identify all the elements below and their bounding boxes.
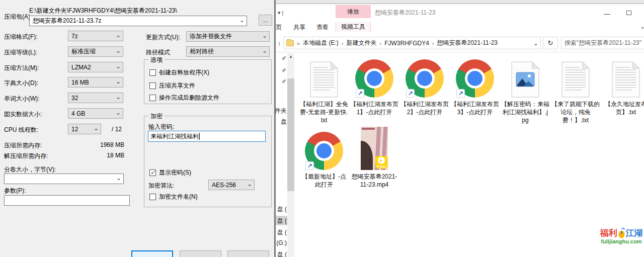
pin-icon[interactable]	[281, 56, 286, 61]
chevron-down-icon[interactable]: ⌄	[116, 175, 121, 182]
address-bar[interactable]: « 本地磁盘 (E:) › 新建文件夹 › FJW3RHFGDY4 › 想喝安慕…	[284, 37, 541, 49]
create-sfx-checkbox[interactable]	[149, 69, 156, 76]
file-item[interactable]: 【来了就能下载的论坛，纯免费！】.txt	[550, 56, 601, 124]
update-mode-combobox[interactable]: 添加并替换文件 ⌄	[186, 31, 270, 42]
file-item[interactable]: ↗ 【福利江湖发布页2】-点此打开	[399, 56, 450, 124]
chevron-down-icon[interactable]: ⌄	[262, 47, 267, 54]
nav-item-drive-partial[interactable]: (G:)	[276, 239, 287, 246]
chevron-down-icon[interactable]: ⌄	[262, 32, 267, 39]
file-name[interactable]: 【福利江湖发布页1】-点此打开	[350, 100, 398, 116]
refresh-button[interactable]: ↻	[543, 37, 558, 49]
chevron-down-icon[interactable]: ⌄	[239, 17, 245, 24]
file-name[interactable]: 【福利江湖】全免费-无套路-更新快.txt	[300, 100, 348, 124]
nav-item-drive-partial[interactable]: 盘 (	[276, 228, 287, 237]
7zip-add-to-archive-dialog: 压缩包(A) E:\新建文件夹\FJW3RHFGDY4\想喝安慕希2021-11…	[0, 0, 274, 257]
method-combobox[interactable]: LZMA2 ⌄	[68, 62, 123, 72]
format-label: 压缩格式(F):	[4, 33, 38, 41]
nav-item-drive-partial[interactable]: 盘 (	[276, 250, 287, 257]
format-combobox[interactable]: 7z ⌄	[68, 31, 123, 41]
thumbnail-watermark	[362, 128, 375, 130]
browse-button[interactable]: ...	[259, 15, 272, 26]
nav-item-drive-partial[interactable]: 盘 (	[276, 205, 287, 214]
encryption-method-combobox[interactable]: AES-256 ⌄	[208, 180, 255, 190]
chevron-down-icon[interactable]: ⌄	[116, 109, 121, 116]
chevron-down-icon[interactable]: ▾	[278, 10, 282, 16]
solid-block-combobox[interactable]: 4 GB ⌄	[68, 108, 123, 119]
file-name[interactable]: 【福利江湖发布页2】-点此打开	[400, 100, 449, 116]
create-sfx-checkbox-row[interactable]: 创建自释放程序(X)	[149, 68, 209, 77]
file-name[interactable]: 【最新地址】-点此打开	[300, 173, 348, 189]
memory-compress-label: 压缩所需内存:	[4, 141, 42, 150]
tab-video-tools[interactable]: 视频工具	[336, 22, 371, 32]
archive-name-combobox[interactable]: 想喝安慕希2021-11-23.7z ⌄	[29, 16, 247, 26]
chevron-down-icon[interactable]: ⌄	[116, 32, 121, 39]
file-name[interactable]: 想喝安慕希2021-11-23.mp4	[350, 173, 398, 189]
file-item[interactable]: ▶ Player 想喝安慕希2021-11-23.mp4	[349, 126, 399, 189]
parameters-input[interactable]	[4, 195, 130, 206]
minimize-button[interactable]: —	[604, 10, 610, 18]
breadcrumb-segment-fjw[interactable]: FJW3RHFGDY4	[384, 40, 429, 47]
image-file-icon	[511, 61, 539, 98]
tab-home-partial[interactable]: 页	[276, 23, 282, 32]
level-value: 标准压缩	[71, 47, 96, 56]
contextual-tab-play[interactable]: 播放	[336, 5, 371, 18]
word-size-value: 32	[71, 95, 78, 102]
show-password-checkbox-row[interactable]: ✓ 显示密码(S)	[149, 168, 191, 177]
show-password-checkbox[interactable]: ✓	[149, 169, 156, 176]
scrollbar-thumb[interactable]	[287, 78, 294, 191]
compress-shared-checkbox[interactable]	[149, 82, 156, 89]
file-name[interactable]: 【永久地址发布页】.txt	[602, 100, 644, 116]
chevron-down-icon[interactable]: ⌄	[247, 181, 252, 188]
file-item[interactable]: 【福利江湖】全免费-无套路-更新快.txt	[299, 56, 349, 124]
breadcrumb-segment-current[interactable]: 想喝安慕希2021-11-23	[437, 39, 498, 47]
ribbon-collapse-icon[interactable]: ⌄	[640, 23, 644, 30]
file-item[interactable]: ↗ 【福利江湖发布页1】-点此打开	[349, 56, 399, 124]
scroll-up-icon[interactable]: ▴	[287, 54, 294, 59]
chevron-down-icon[interactable]: ⌄	[116, 63, 121, 70]
maximize-button[interactable]	[626, 11, 631, 15]
chevron-down-icon[interactable]: ⌄	[116, 94, 121, 101]
watermark-char: 福利	[600, 229, 617, 238]
volume-size-combobox[interactable]: ⌄	[4, 174, 124, 184]
nav-item-drive-partial-selected[interactable]: 盘 (	[276, 217, 287, 225]
cpu-threads-combobox[interactable]: 12 ⌄	[68, 124, 101, 134]
level-combobox[interactable]: 标准压缩 ⌄	[68, 46, 123, 57]
chevron-down-icon[interactable]: ⌄	[116, 47, 121, 54]
file-item[interactable]: ↗ 【最新地址】-点此打开	[299, 126, 349, 189]
tab-view[interactable]: 查看	[316, 23, 329, 32]
file-item[interactable]: 【解压密码：来福利江湖找福利】.jpg	[500, 56, 550, 124]
password-input[interactable]: 来福利江湖找福利	[148, 131, 266, 142]
breadcrumb-segment-newfolder[interactable]: 新建文件夹	[346, 39, 376, 47]
chevron-down-icon[interactable]: ⌄	[533, 40, 538, 47]
nav-item-partial[interactable]: 文件夹	[276, 107, 287, 115]
encrypt-filenames-checkbox-row[interactable]: 加密文件名(N)	[149, 193, 198, 201]
file-name[interactable]: 【福利江湖发布页3】-点此打开	[451, 100, 499, 116]
file-item[interactable]: ↗ 【福利江湖发布页3】-点此打开	[450, 56, 500, 124]
quick-access-toolbar[interactable]: ▾|	[278, 10, 285, 16]
encrypt-filenames-checkbox[interactable]	[149, 194, 156, 200]
file-name[interactable]: 【解压密码：来福利江湖找福利】.jpg	[501, 100, 549, 124]
help-button[interactable]	[227, 250, 269, 257]
nav-item-partial[interactable]: 盘	[276, 118, 287, 126]
breadcrumb-segment-drive[interactable]: 本地磁盘 (E:)	[303, 39, 339, 47]
cancel-button[interactable]	[180, 250, 221, 257]
nav-scrollbar[interactable]: ▴	[287, 53, 294, 257]
file-name[interactable]: 【来了就能下载的论坛，纯免费！】.txt	[551, 100, 600, 124]
delete-after-checkbox-row[interactable]: 操作完成后删除源文件	[149, 94, 219, 102]
search-text: 搜索"想喝安慕希2021-11-23"	[565, 39, 641, 47]
word-size-combobox[interactable]: 32 ⌄	[68, 93, 123, 103]
up-arrow-icon[interactable]: ↑	[278, 40, 281, 47]
breadcrumb-collapsed[interactable]: «	[297, 40, 300, 46]
path-mode-combobox[interactable]: 相对路径 ⌄	[186, 46, 270, 57]
delete-after-checkbox[interactable]	[149, 95, 156, 101]
tab-share[interactable]: 共享	[293, 23, 305, 32]
chevron-down-icon[interactable]: ⌄	[116, 78, 121, 85]
dictionary-combobox[interactable]: 16 MB ⌄	[68, 77, 123, 88]
compress-shared-checkbox-row[interactable]: 压缩共享文件	[149, 81, 195, 90]
pin-icon[interactable]	[281, 79, 286, 84]
pin-icon[interactable]	[281, 68, 286, 73]
search-input[interactable]: 搜索"想喝安慕希2021-11-23"	[561, 37, 644, 49]
chevron-down-icon[interactable]: ⌄	[94, 125, 99, 132]
file-item[interactable]: 【永久地址发布页】.txt	[601, 56, 644, 124]
ok-button[interactable]	[131, 250, 173, 257]
